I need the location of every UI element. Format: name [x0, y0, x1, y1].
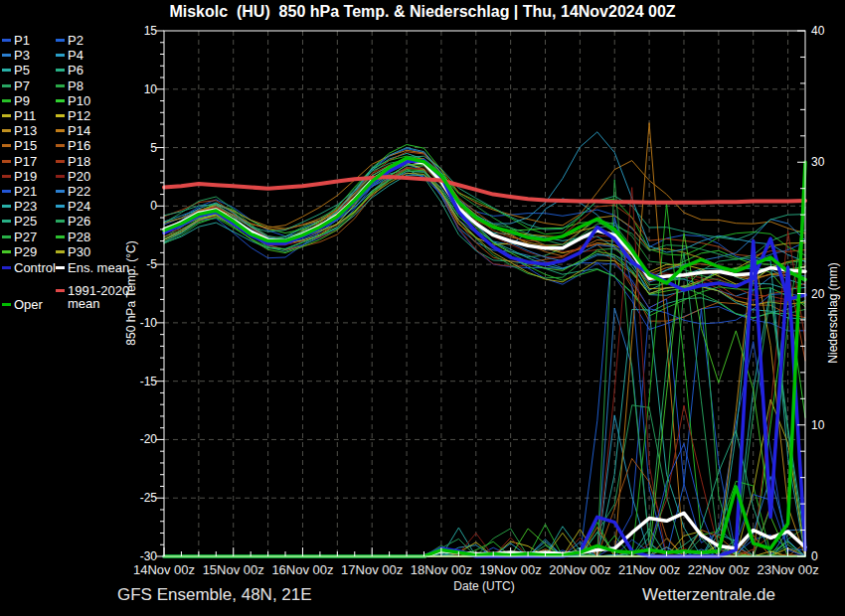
legend-item-label: Oper	[14, 298, 43, 311]
legend-item: P25	[2, 215, 37, 228]
legend-swatch	[2, 175, 11, 178]
legend-swatch	[56, 190, 65, 193]
legend-item: P3	[2, 49, 30, 62]
legend-swatch	[2, 144, 11, 147]
legend-item-label: P27	[14, 231, 37, 243]
legend-item: P17	[2, 155, 37, 168]
legend-item: P12	[56, 109, 90, 122]
legend-item: P14	[56, 124, 90, 137]
legend-item: P11	[2, 109, 36, 122]
legend-item: P16	[56, 139, 90, 152]
legend-item-label: P16	[68, 139, 90, 152]
left-tick-label: 10	[144, 82, 158, 96]
legend-item: P4	[56, 49, 84, 62]
left-tick-label: -10	[140, 316, 158, 330]
legend-swatch	[2, 99, 11, 102]
legend-item-label: P24	[68, 200, 90, 213]
legend-item-label: P1	[14, 34, 30, 47]
ensemble-member-precip-line	[164, 294, 805, 557]
legend-swatch	[56, 114, 65, 117]
legend-item: P23	[2, 200, 37, 213]
x-tick-label: 17Nov 00z	[341, 562, 403, 577]
legend-swatch	[56, 69, 65, 72]
legend-swatch	[2, 205, 11, 208]
legend-swatch	[56, 235, 65, 238]
x-tick-label: 19Nov 00z	[480, 562, 542, 577]
legend-item-label: P14	[68, 124, 90, 137]
left-tick-label: -5	[146, 257, 157, 271]
legend-item-label: P19	[14, 170, 37, 183]
legend-swatch	[2, 235, 11, 238]
left-tick-label: -15	[140, 375, 158, 388]
legend-swatch	[56, 175, 65, 178]
right-tick-label: 0	[811, 549, 818, 563]
legend-item-label: Control	[14, 261, 56, 274]
oper-temp-line	[164, 158, 805, 283]
ensemble-member-temp-line	[164, 173, 805, 324]
ensemble-member-precip-line	[164, 415, 805, 556]
right-tick-label: 10	[811, 418, 825, 432]
legend-item: P21	[2, 185, 37, 198]
legend-swatch	[56, 266, 65, 269]
legend-item: P7	[2, 79, 30, 92]
footer-watermark: Wetterzentrale.de	[642, 585, 775, 605]
legend-item-label: P3	[14, 49, 30, 62]
legend-item: P28	[56, 231, 90, 243]
legend-swatch	[56, 289, 65, 292]
legend-item: P29	[2, 245, 37, 258]
legend: P1P2P3P4P5P6P7P8P9P10P11P12P13P14P15P16P…	[0, 0, 117, 358]
legend-item-label: P15	[14, 139, 37, 152]
legend-item-label: P23	[14, 200, 37, 213]
legend-swatch	[56, 144, 65, 147]
legend-swatch	[2, 54, 11, 57]
legend-item-label: P9	[14, 94, 30, 107]
legend-swatch	[2, 160, 11, 163]
legend-item-label: P25	[14, 215, 37, 228]
ensemble-member-precip-line	[164, 233, 805, 556]
legend-swatch	[56, 205, 65, 208]
legend-item-label: P13	[14, 124, 37, 137]
legend-swatch	[2, 84, 11, 87]
legend-item: P19	[2, 170, 37, 183]
left-tick-label: -20	[140, 432, 158, 446]
legend-item: P8	[56, 79, 84, 92]
x-tick-label: 22Nov 00z	[688, 562, 750, 577]
legend-item-label: P12	[68, 109, 90, 122]
ensemble-member-precip-line	[164, 308, 805, 556]
x-tick-label: 16Nov 00z	[271, 562, 333, 577]
legend-item: Control	[2, 261, 56, 274]
x-tick-label: 21Nov 00z	[618, 562, 680, 577]
left-tick-label: -25	[140, 491, 158, 505]
legend-item: P6	[56, 64, 84, 77]
legend-item-label: P28	[68, 231, 90, 243]
x-tick-label: 20Nov 00z	[549, 562, 610, 577]
left-tick-label: 0	[150, 199, 157, 213]
ensemble-member-temp-line	[164, 132, 805, 262]
legend-item-label: P6	[68, 64, 84, 77]
legend-item: P5	[2, 64, 30, 77]
ensemble-member-precip-line	[164, 299, 805, 556]
legend-item: P15	[2, 139, 37, 152]
meteogram-page: Miskolc (HU) 850 hPa Temp. & Niederschla…	[0, 0, 845, 616]
legend-item: P20	[56, 170, 90, 183]
legend-swatch	[56, 129, 65, 132]
legend-item: Oper	[2, 298, 43, 311]
legend-swatch	[56, 84, 65, 87]
legend-swatch	[2, 39, 11, 42]
legend-swatch	[56, 54, 65, 57]
legend-item-label: P29	[14, 245, 37, 258]
legend-swatch	[2, 303, 11, 306]
plot-frame	[164, 31, 805, 556]
ensemble-member-temp-line	[164, 159, 805, 278]
ensemble-member-precip-line	[164, 288, 805, 556]
legend-item-label: P10	[68, 94, 90, 107]
legend-swatch	[2, 114, 11, 117]
legend-swatch	[2, 129, 11, 132]
right-tick-label: 20	[811, 287, 825, 301]
climate-mean-line	[164, 177, 805, 203]
left-tick-label: 5	[150, 141, 157, 155]
legend-item-label: P4	[68, 49, 84, 62]
legend-item: P24	[56, 200, 90, 213]
legend-swatch	[56, 220, 65, 223]
legend-swatch	[56, 39, 65, 42]
